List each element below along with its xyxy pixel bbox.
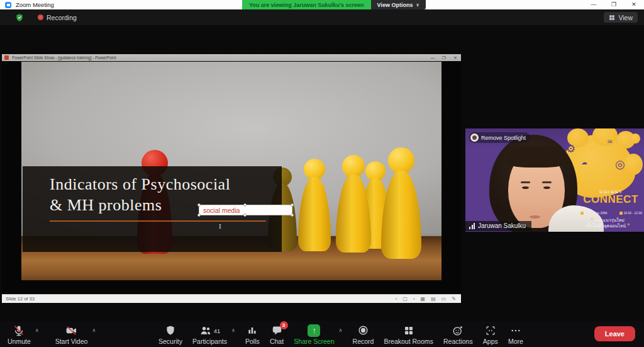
app-title: Zoom Meeting: [16, 1, 54, 8]
participants-button[interactable]: 41 Participants: [192, 324, 227, 345]
poster-quote: “ แนะแนวรุ่นใหม่ เข้าใจเด็กยุคออนไลน์ ”: [572, 217, 643, 229]
share-screen-label: Share Screen: [294, 338, 334, 345]
selection-handle[interactable]: [197, 213, 201, 217]
breakout-rooms-button[interactable]: Breakout Rooms: [384, 324, 433, 345]
quote-open-icon: “: [591, 217, 594, 223]
cloud-icon: ☁: [581, 159, 587, 166]
chat-bubble-icon: 3: [271, 324, 283, 337]
recording-indicator[interactable]: Recording: [38, 14, 77, 21]
view-options-label: View Options: [377, 2, 413, 8]
remove-spotlight-label: Remove Spotlight: [481, 135, 526, 141]
start-video-button[interactable]: Start Video: [55, 324, 88, 345]
apps-button[interactable]: Apps: [483, 324, 498, 345]
video-options-chevron-icon[interactable]: ∧: [92, 327, 96, 333]
slide-title-line1: Indicators of Psychosocial: [50, 174, 276, 195]
participant-name: Jaruwan Sakulku: [478, 222, 526, 229]
share-options-chevron-icon[interactable]: ∧: [339, 327, 343, 333]
leave-button[interactable]: Leave: [594, 326, 635, 341]
video-off-icon: [65, 324, 78, 337]
participants-options-chevron-icon[interactable]: ∧: [231, 327, 235, 333]
powerpoint-title: PowerPoint Slide Show - [guidance traini…: [12, 55, 116, 60]
poster-quote-line1: แนะแนวรุ่นใหม่: [594, 218, 624, 222]
slide-sorter-button[interactable]: ▤: [431, 296, 436, 302]
quote-close-icon: ”: [627, 222, 630, 229]
text-cursor: I: [219, 222, 221, 230]
powerpoint-window-controls: — ❐ ✕: [427, 54, 461, 61]
recording-label: Recording: [47, 14, 77, 21]
participant-name-tag: Jaruwan Sakulku: [465, 221, 531, 231]
slide: Indicators of Psychosocial & MH problems…: [21, 62, 441, 280]
ppt-minimize-button[interactable]: —: [427, 54, 438, 61]
normal-view-button[interactable]: ▦: [421, 296, 426, 302]
zoom-app-icon: [5, 2, 11, 8]
breakout-rooms-icon: [403, 324, 414, 337]
reactions-label: Reactions: [443, 338, 473, 345]
spotlight-video-tile[interactable]: ⚙ ⚙ ✉ ☁ ◎ แนะแนว CONNECT 18 มีนาคม 2566 …: [465, 128, 644, 232]
powerpoint-titlebar[interactable]: PowerPoint Slide Show - [guidance traini…: [2, 54, 461, 61]
close-button[interactable]: ✕: [624, 0, 644, 9]
powerpoint-window: PowerPoint Slide Show - [guidance traini…: [2, 54, 461, 303]
polls-button[interactable]: Polls: [245, 324, 260, 345]
previous-slide-button[interactable]: ‹: [396, 296, 397, 302]
pen-tool-button[interactable]: ✎: [452, 296, 456, 302]
slide-textbox[interactable]: social media: [199, 205, 292, 215]
reactions-button[interactable]: Reactions: [443, 324, 473, 345]
participants-label: Participants: [192, 338, 227, 345]
chat-label: Chat: [270, 338, 284, 345]
selection-handle[interactable]: [243, 213, 247, 217]
mail-icon: ✉: [608, 139, 613, 145]
powerpoint-statusbar: Slide 12 of 33 ‹ ▢ › ▦ ▤ ▭ ✎: [2, 294, 461, 303]
chevron-down-icon: ∨: [416, 3, 419, 8]
more-button[interactable]: More: [508, 324, 523, 345]
target-icon: ◎: [615, 157, 625, 171]
recording-dot-icon: [38, 14, 43, 20]
ppt-maximize-button[interactable]: ❐: [438, 54, 450, 61]
reading-view-button[interactable]: ▭: [441, 296, 447, 302]
slide-indicator: Slide 12 of 33: [6, 296, 35, 302]
share-screen-button[interactable]: ↑ Share Screen: [294, 324, 334, 345]
view-label: View: [618, 14, 633, 21]
view-button[interactable]: View: [604, 12, 638, 23]
view-options-button[interactable]: View Options ∨: [371, 0, 426, 9]
audio-level-icon: [469, 223, 475, 229]
poster-headline: CONNECT: [581, 193, 640, 206]
maximize-button[interactable]: ❐: [604, 0, 624, 9]
selection-handle[interactable]: [197, 203, 201, 207]
more-label: More: [508, 338, 523, 345]
reactions-smiley-icon: [452, 324, 464, 337]
clock-icon: [619, 212, 623, 215]
window-controls: — ❐ ✕: [584, 0, 644, 9]
unmute-options-chevron-icon[interactable]: ∧: [35, 327, 39, 333]
chat-button[interactable]: 3 Chat: [270, 324, 284, 345]
yellow-pawn: [381, 147, 421, 259]
meeting-info-bar: Recording View: [0, 9, 644, 25]
selection-handle[interactable]: [291, 203, 294, 207]
next-slide-button[interactable]: ›: [413, 296, 415, 302]
participants-count: 41: [214, 327, 221, 334]
apps-icon: [485, 324, 496, 337]
yellow-pawn: [336, 155, 371, 253]
apps-label: Apps: [483, 338, 498, 345]
remove-spotlight-button[interactable]: Remove Spotlight: [469, 132, 530, 143]
security-label: Security: [158, 338, 182, 345]
powerpoint-app-icon: [4, 55, 9, 60]
selection-handle[interactable]: [291, 213, 294, 217]
more-dots-icon: [509, 324, 522, 337]
poster-quote-line2: เข้าใจเด็กยุคออนไลน์: [586, 224, 626, 228]
unmute-button[interactable]: Unmute: [8, 324, 31, 345]
title-accent-rule: [50, 220, 266, 222]
start-video-label: Start Video: [55, 338, 88, 345]
ppt-close-button[interactable]: ✕: [450, 54, 461, 61]
grid-view-icon: [609, 14, 615, 21]
slideshow-menu-button[interactable]: ▢: [402, 296, 408, 302]
unmute-label: Unmute: [8, 338, 31, 345]
security-button[interactable]: Security: [158, 324, 182, 345]
record-button[interactable]: Record: [353, 324, 374, 345]
shield-icon: [165, 324, 176, 337]
minimize-button[interactable]: —: [584, 0, 604, 9]
screen-share-banner: You are viewing Jaruwan Sakulku's screen…: [242, 0, 426, 9]
calendar-icon: [580, 212, 584, 215]
selection-handle[interactable]: [243, 203, 247, 207]
meeting-toolbar: Unmute ∧ Start Video ∧: [0, 321, 644, 347]
meeting-security-shield-icon[interactable]: [15, 13, 24, 22]
